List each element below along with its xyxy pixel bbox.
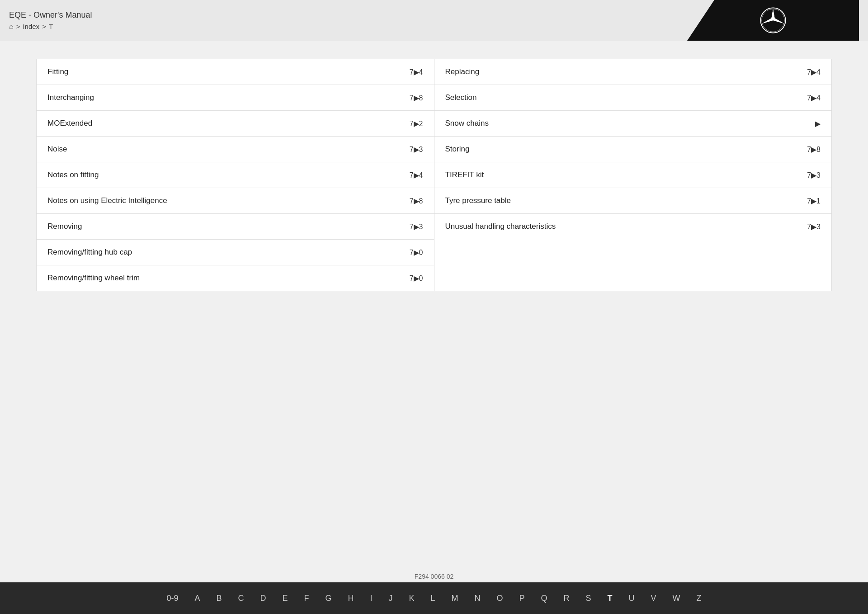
alpha-0-9[interactable]: 0-9 xyxy=(158,582,186,614)
left-row-6[interactable]: Removing 7▶3 xyxy=(37,214,434,240)
left-row-page-3: 7▶3 xyxy=(410,145,423,154)
alpha-u[interactable]: U xyxy=(621,582,643,614)
right-row-page-2: ▶ xyxy=(815,119,821,128)
alpha-f[interactable]: F xyxy=(296,582,317,614)
alpha-b[interactable]: B xyxy=(208,582,230,614)
left-row-page-2: 7▶2 xyxy=(410,119,423,128)
right-row-page-0: 7▶4 xyxy=(807,68,821,76)
alpha-h[interactable]: H xyxy=(340,582,362,614)
right-column: Replacing 7▶4 Selection 7▶4 Snow chains … xyxy=(434,59,832,291)
right-row-1[interactable]: Selection 7▶4 xyxy=(434,85,832,111)
left-row-label-4: Notes on fitting xyxy=(47,170,99,179)
alpha-m[interactable]: M xyxy=(443,582,467,614)
right-row-label-1: Selection xyxy=(445,93,477,102)
alpha-w[interactable]: W xyxy=(665,582,689,614)
alpha-q[interactable]: Q xyxy=(533,582,556,614)
left-row-2[interactable]: MOExtended 7▶2 xyxy=(37,111,434,137)
left-row-label-2: MOExtended xyxy=(47,119,92,128)
header-left: EQE - Owner's Manual ⌂ > Index > T xyxy=(9,10,92,31)
left-row-page-0: 7▶4 xyxy=(410,68,423,76)
alpha-s[interactable]: S xyxy=(578,582,599,614)
breadcrumb-current: T xyxy=(49,23,53,30)
left-row-page-1: 7▶8 xyxy=(410,94,423,102)
left-row-page-8: 7▶0 xyxy=(410,274,423,283)
alpha-z[interactable]: Z xyxy=(689,582,710,614)
breadcrumb: ⌂ > Index > T xyxy=(9,23,92,31)
doc-number: F294 0066 02 xyxy=(415,573,453,580)
breadcrumb-sep-1: > xyxy=(16,23,20,30)
home-icon[interactable]: ⌂ xyxy=(9,23,14,31)
left-row-4[interactable]: Notes on fitting 7▶4 xyxy=(37,162,434,188)
left-row-0[interactable]: Fitting 7▶4 xyxy=(37,59,434,85)
alpha-t[interactable]: T xyxy=(599,582,621,614)
left-row-page-6: 7▶3 xyxy=(410,222,423,231)
mercedes-logo xyxy=(760,7,787,34)
left-row-label-0: Fitting xyxy=(47,67,68,76)
right-row-page-4: 7▶3 xyxy=(807,171,821,179)
alpha-j[interactable]: J xyxy=(380,582,401,614)
left-row-page-7: 7▶0 xyxy=(410,248,423,257)
left-row-label-3: Noise xyxy=(47,145,67,154)
left-row-7[interactable]: Removing/fitting hub cap 7▶0 xyxy=(37,240,434,265)
left-row-label-8: Removing/fitting wheel trim xyxy=(47,274,140,283)
left-row-label-5: Notes on using Electric Intelligence xyxy=(47,196,167,205)
right-row-page-5: 7▶1 xyxy=(807,197,821,205)
alpha-i[interactable]: I xyxy=(362,582,380,614)
left-row-1[interactable]: Interchanging 7▶8 xyxy=(37,85,434,111)
right-row-6[interactable]: Unusual handling characteristics 7▶3 xyxy=(434,214,832,239)
left-row-label-1: Interchanging xyxy=(47,93,94,102)
left-column: Fitting 7▶4 Interchanging 7▶8 MOExtended… xyxy=(37,59,434,291)
right-row-label-3: Storing xyxy=(445,145,470,154)
left-row-label-6: Removing xyxy=(47,222,82,231)
left-row-page-4: 7▶4 xyxy=(410,171,423,179)
alpha-a[interactable]: A xyxy=(186,582,208,614)
left-row-3[interactable]: Noise 7▶3 xyxy=(37,137,434,162)
alpha-n[interactable]: N xyxy=(467,582,489,614)
right-row-label-5: Tyre pressure table xyxy=(445,196,511,205)
right-row-2[interactable]: Snow chains ▶ xyxy=(434,111,832,137)
alpha-l[interactable]: L xyxy=(423,582,443,614)
right-row-label-6: Unusual handling characteristics xyxy=(445,222,556,231)
alpha-v[interactable]: V xyxy=(643,582,665,614)
alphabet-nav: 0-9ABCDEFGHIJKLMNOPQRSTUVWZ xyxy=(0,582,868,614)
header: EQE - Owner's Manual ⌂ > Index > T xyxy=(0,0,868,41)
alphabet-nav-inner: 0-9ABCDEFGHIJKLMNOPQRSTUVWZ xyxy=(158,582,709,614)
alpha-r[interactable]: R xyxy=(556,582,578,614)
main-content: Fitting 7▶4 Interchanging 7▶8 MOExtended… xyxy=(0,41,868,309)
left-row-8[interactable]: Removing/fitting wheel trim 7▶0 xyxy=(37,265,434,291)
right-row-page-6: 7▶3 xyxy=(807,222,821,231)
svg-marker-3 xyxy=(762,9,784,24)
alpha-d[interactable]: D xyxy=(252,582,274,614)
right-row-3[interactable]: Storing 7▶8 xyxy=(434,137,832,162)
manual-title: EQE - Owner's Manual xyxy=(9,10,92,20)
index-container: Fitting 7▶4 Interchanging 7▶8 MOExtended… xyxy=(36,59,832,291)
right-row-page-3: 7▶8 xyxy=(807,145,821,154)
alpha-g[interactable]: G xyxy=(317,582,340,614)
left-row-label-7: Removing/fitting hub cap xyxy=(47,248,132,257)
breadcrumb-sep-2: > xyxy=(42,23,46,30)
right-row-label-4: TIREFIT kit xyxy=(445,170,484,179)
alpha-c[interactable]: C xyxy=(230,582,252,614)
alpha-p[interactable]: P xyxy=(511,582,533,614)
logo-area xyxy=(687,0,859,41)
right-row-5[interactable]: Tyre pressure table 7▶1 xyxy=(434,188,832,214)
left-row-5[interactable]: Notes on using Electric Intelligence 7▶8 xyxy=(37,188,434,214)
left-row-page-5: 7▶8 xyxy=(410,197,423,205)
breadcrumb-index[interactable]: Index xyxy=(23,23,39,30)
alpha-e[interactable]: E xyxy=(274,582,296,614)
right-row-4[interactable]: TIREFIT kit 7▶3 xyxy=(434,162,832,188)
right-row-label-2: Snow chains xyxy=(445,119,489,128)
right-row-page-1: 7▶4 xyxy=(807,94,821,102)
alpha-k[interactable]: K xyxy=(401,582,422,614)
right-row-label-0: Replacing xyxy=(445,67,480,76)
right-row-0[interactable]: Replacing 7▶4 xyxy=(434,59,832,85)
alpha-o[interactable]: O xyxy=(489,582,511,614)
